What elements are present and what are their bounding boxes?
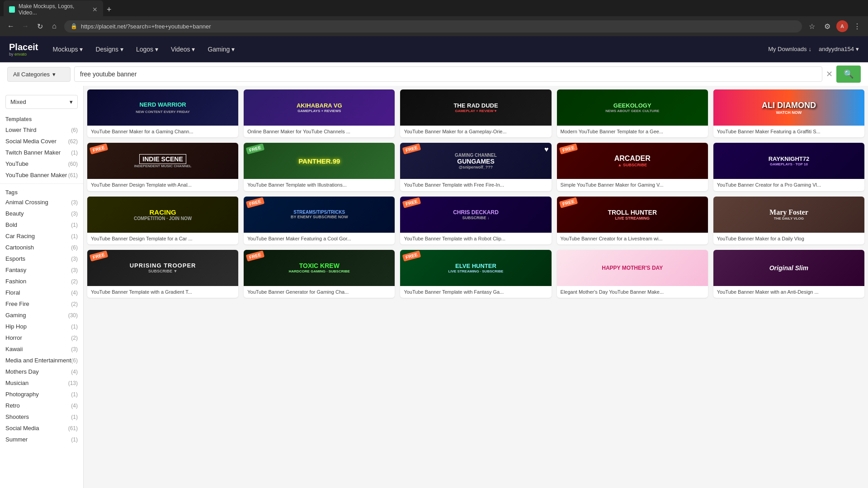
sort-select[interactable]: Mixed ▾	[5, 95, 78, 109]
home-button[interactable]: ⌂	[48, 20, 61, 33]
card-preview: HAPPY MOTHER'S DAY	[557, 250, 708, 286]
card-image: AKIHABARA VG GAMEPLAYS + REVIEWS	[244, 89, 395, 126]
template-card-indie-scene[interactable]: FREE INDIE SCENE INDEPENDENT MUSIC CHANN…	[87, 143, 238, 191]
extensions-button[interactable]: ⚙	[821, 20, 834, 33]
sidebar-item-floral[interactable]: Floral(4)	[0, 287, 83, 298]
browser-actions: ☆ ⚙ A ⋮	[806, 20, 863, 33]
sidebar-item-bold[interactable]: Bold(1)	[0, 219, 83, 230]
template-card-toxic-krew[interactable]: FREE TOXIC KREW HARDCORE GAMING · SUBSCR…	[244, 250, 395, 298]
tags-section-title: Tags	[0, 187, 83, 197]
sidebar-item-social-media[interactable]: Social Media(61)	[0, 422, 83, 434]
search-button[interactable]: 🔍	[836, 66, 861, 83]
back-button[interactable]: ←	[5, 20, 17, 33]
card-image: FREE RACING COMPETITION · JOIN NOW	[87, 197, 238, 233]
main-nav: Mockups ▾ Designs ▾ Logos ▾ Videos ▾ Gam…	[47, 42, 240, 56]
card-image: FREE ARCADER ▲ SUBSCRIBE	[557, 143, 708, 179]
category-select[interactable]: All Categories ▾	[7, 67, 71, 82]
template-card-troll-hunter[interactable]: FREE TROLL HUNTER LIVE STREAMING YouTube…	[557, 197, 708, 244]
template-card-arcader[interactable]: FREE ARCADER ▲ SUBSCRIBE Simple YouTube …	[557, 143, 708, 191]
sidebar-item-beauty[interactable]: Beauty(3)	[0, 208, 83, 219]
template-card-nerd-warrior[interactable]: NERD WARRIOR NEW CONTENT EVERY FRIDAY Yo…	[87, 89, 238, 137]
card-preview: TROLL HUNTER LIVE STREAMING	[557, 197, 708, 233]
card-preview: TOXIC KREW HARDCORE GAMING · SUBSCRIBE	[244, 250, 395, 286]
template-card-robot[interactable]: FREE CHRIS DECKARD SUBSCRIBE ↓ YouTube B…	[400, 197, 551, 244]
templates-grid: NERD WARRIOR NEW CONTENT EVERY FRIDAY Yo…	[87, 89, 864, 298]
sidebar-item-shooters[interactable]: Shooters(1)	[0, 411, 83, 422]
template-card-cool-gor[interactable]: FREE STREAMS/TIPS/TRICKS BY ENEMY SUBSCR…	[244, 197, 395, 244]
sidebar-item-car-racing[interactable]: Car Racing(1)	[0, 230, 83, 242]
menu-button[interactable]: ⋮	[851, 20, 863, 33]
sidebar-item-youtube[interactable]: YouTube(60)	[0, 158, 83, 169]
template-card-original-slim[interactable]: Original Slim YouTube Banner Maker with …	[713, 250, 864, 298]
sidebar-item-summer[interactable]: Summer(1)	[0, 434, 83, 445]
card-title: YouTube Banner Maker with an Anti-Design…	[713, 286, 864, 298]
search-input[interactable]	[74, 66, 822, 82]
sidebar-item-photography[interactable]: Photography(1)	[0, 389, 83, 400]
sidebar-item-esports[interactable]: Esports(3)	[0, 253, 83, 264]
template-card-akihabara[interactable]: AKIHABARA VG GAMEPLAYS + REVIEWS Online …	[244, 89, 395, 137]
template-card-rad-dude[interactable]: THE RAD DUDE GAMEPLAY + REVIEW ♥ YouTube…	[400, 89, 551, 137]
new-tab-button[interactable]: +	[103, 3, 115, 16]
sidebar-item-fantasy[interactable]: Fantasy(3)	[0, 264, 83, 276]
profile-icon[interactable]: A	[836, 20, 848, 32]
template-card-panther[interactable]: FREE PANTHER.99 YouTube Banner Template …	[244, 143, 395, 191]
nav-designs[interactable]: Designs ▾	[90, 42, 128, 56]
card-title: YouTube Banner Creator for a Pro Gaming …	[713, 179, 864, 191]
tab-close-button[interactable]: ✕	[92, 6, 98, 13]
template-card-ali-diamond[interactable]: ALI DIAMOND WATCH NOW YouTube Banner Mak…	[713, 89, 864, 137]
template-card-racing[interactable]: FREE RACING COMPETITION · JOIN NOW YouTu…	[87, 197, 238, 244]
nav-logos[interactable]: Logos ▾	[131, 42, 164, 56]
card-preview: RAYKNIGHT72 GAMEPLAYS · TOP 10	[713, 143, 864, 179]
card-title: YouTube Banner Maker Featuring a Graffit…	[713, 126, 864, 137]
user-menu[interactable]: andyydna154 ▾	[819, 46, 859, 52]
sidebar-item-retro[interactable]: Retro(4)	[0, 400, 83, 411]
template-card-mothers-day[interactable]: FREE HAPPY MOTHER'S DAY Elegant Mother's…	[557, 250, 708, 298]
template-card-uprising-trooper[interactable]: FREE UPRISING TROOPER SUBSCRIBE ▼ YouTub…	[87, 250, 238, 298]
sidebar-item-cartoonish[interactable]: Cartoonish(6)	[0, 242, 83, 253]
sidebar-item-twitch-banner[interactable]: Twitch Banner Maker(1)	[0, 147, 83, 158]
card-title: YouTube Banner Template with Fantasy Ga.…	[400, 286, 551, 298]
template-card-geekology[interactable]: GEEKOLOGY NEWS ABOUT GEEK CULTURE Modern…	[557, 89, 708, 137]
template-card-mary-foster[interactable]: Mary Foster THE DAILY VLOG YouTube Banne…	[713, 197, 864, 244]
sidebar-item-fashion[interactable]: Fashion(2)	[0, 276, 83, 287]
sidebar-item-musician[interactable]: Musician(13)	[0, 377, 83, 389]
address-input[interactable]: 🔒 https://placeit.net/?search=+free+yout…	[64, 20, 802, 33]
bookmarks-button[interactable]: ☆	[806, 20, 818, 33]
sidebar-item-kawaii[interactable]: Kawaii(3)	[0, 343, 83, 355]
content-area: NERD WARRIOR NEW CONTENT EVERY FRIDAY Yo…	[84, 86, 868, 488]
sidebar-item-hip-hop[interactable]: Hip Hop(1)	[0, 321, 83, 332]
search-clear-button[interactable]: ✕	[826, 69, 833, 79]
nav-gaming[interactable]: Gaming ▾	[202, 42, 240, 56]
sidebar-item-mothers-day[interactable]: Mothers Day(4)	[0, 366, 83, 377]
nav-videos[interactable]: Videos ▾	[165, 42, 200, 56]
template-card-elf-hunter[interactable]: FREE ELVE HUNTER LIVE STREAMING · SUBSCR…	[400, 250, 551, 298]
reload-button[interactable]: ↻	[33, 20, 46, 33]
card-title: YouTube Banner Maker for a Gameplay-Orie…	[400, 126, 551, 137]
sidebar-item-horror[interactable]: Horror(2)	[0, 332, 83, 343]
card-preview: CHRIS DECKARD SUBSCRIBE ↓	[400, 197, 551, 233]
sidebar-item-animal-crossing[interactable]: Animal Crossing(3)	[0, 197, 83, 208]
my-downloads-link[interactable]: My Downloads ↓	[768, 46, 811, 52]
chevron-down-icon: ▾	[52, 71, 56, 78]
browser-tab[interactable]: P Make Mockups, Logos, Video... ✕	[4, 0, 103, 19]
card-preview: AKIHABARA VG GAMEPLAYS + REVIEWS	[244, 89, 395, 126]
card-preview: INDIE SCENE INDEPENDENT MUSIC CHANNEL	[87, 143, 238, 179]
forward-button[interactable]: →	[19, 20, 32, 33]
card-preview: PANTHER.99	[244, 143, 395, 179]
card-preview: Mary Foster THE DAILY VLOG	[713, 197, 864, 233]
card-title: YouTube Banner Template with Illustratio…	[244, 179, 395, 191]
card-preview: UPRISING TROOPER SUBSCRIBE ▼	[87, 250, 238, 286]
card-image: GEEKOLOGY NEWS ABOUT GEEK CULTURE	[557, 89, 708, 126]
sidebar-item-gaming[interactable]: Gaming(30)	[0, 310, 83, 321]
site-logo[interactable]: Placeit by envato	[9, 42, 38, 56]
template-card-gungames[interactable]: FREE ♥ GAMING CHANNEL GUNGAMES @sniperwo…	[400, 143, 551, 191]
template-card-rayknight[interactable]: RAYKNIGHT72 GAMEPLAYS · TOP 10 YouTube B…	[713, 143, 864, 191]
sidebar-item-youtube-banner-maker[interactable]: YouTube Banner Maker(61)	[0, 169, 83, 181]
nav-mockups[interactable]: Mockups ▾	[47, 42, 88, 56]
sidebar-item-free-fire[interactable]: Free Fire(2)	[0, 298, 83, 310]
sidebar-item-media-entertainment[interactable]: Media and Entertainment(6)	[0, 355, 83, 366]
sidebar-item-lower-third[interactable]: Lower Third(6)	[0, 124, 83, 136]
sidebar-item-social-media-cover[interactable]: Social Media Cover(62)	[0, 136, 83, 147]
card-preview: NERD WARRIOR NEW CONTENT EVERY FRIDAY	[87, 89, 238, 126]
sidebar: Mixed ▾ Templates Lower Third(6) Social …	[0, 86, 84, 488]
